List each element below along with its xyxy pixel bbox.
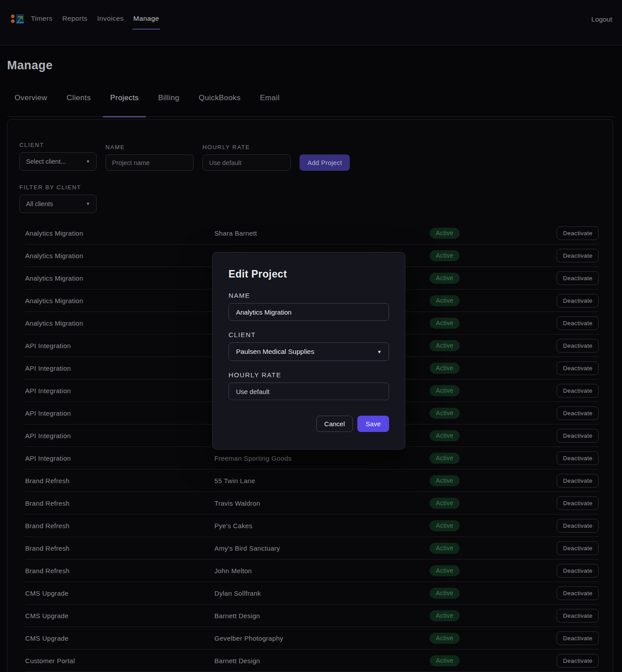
project-name-cell: API Integration <box>25 432 214 439</box>
status-badge: Active <box>430 340 460 351</box>
deactivate-button[interactable]: Deactivate <box>557 631 599 645</box>
deactivate-button[interactable]: Deactivate <box>557 564 599 578</box>
project-name-input[interactable] <box>105 154 194 171</box>
manage-tabs: Overview Clients Projects Billing QuickB… <box>7 91 615 117</box>
status-badge: Active <box>430 318 460 329</box>
status-badge: Active <box>430 295 460 306</box>
tab-projects[interactable]: Projects <box>103 91 146 116</box>
deactivate-button[interactable]: Deactivate <box>557 474 599 488</box>
modal-title: Edit Project <box>229 268 389 280</box>
client-name-cell: Barnett Design <box>214 657 430 664</box>
client-select[interactable]: Select client... ▼ <box>19 152 97 171</box>
modal-actions: Cancel Save <box>229 416 389 432</box>
project-name-cell: API Integration <box>25 409 214 417</box>
client-name-cell: Dylan Sollfrank <box>214 589 430 597</box>
table-row: Analytics Migration Shara Barnett Active… <box>25 222 599 244</box>
status-badge: Active <box>430 565 460 576</box>
status-badge: Active <box>430 408 460 419</box>
add-project-button[interactable]: Add Project <box>300 154 350 171</box>
modal-rate-label: HOURLY RATE <box>229 371 389 379</box>
deactivate-button[interactable]: Deactivate <box>557 294 599 308</box>
deactivate-button[interactable]: Deactivate <box>557 609 599 623</box>
table-row: Customer Portal Barnett Design Active De… <box>25 649 599 672</box>
status-badge: Active <box>430 475 460 486</box>
name-label: NAME <box>105 144 194 150</box>
status-badge: Active <box>430 250 460 261</box>
status-badge: Active <box>430 610 460 621</box>
filter-client-select[interactable]: All clients ▼ <box>19 195 97 213</box>
project-name-cell: API Integration <box>25 454 214 462</box>
project-name-cell: API Integration <box>25 387 214 394</box>
tab-quickbooks[interactable]: QuickBooks <box>191 91 248 116</box>
deactivate-button[interactable]: Deactivate <box>557 249 599 263</box>
client-select-value: Select client... <box>26 158 66 165</box>
rate-field-group: HOURLY RATE <box>202 144 291 171</box>
client-name-cell: Freeman Sporting Goods <box>214 454 430 462</box>
status-badge: Active <box>430 520 460 531</box>
nav-item-invoices[interactable]: Invoices <box>96 12 124 27</box>
deactivate-button[interactable]: Deactivate <box>557 519 599 533</box>
deactivate-button[interactable]: Deactivate <box>557 496 599 510</box>
tab-billing[interactable]: Billing <box>150 91 187 116</box>
hourly-rate-input[interactable] <box>202 154 291 171</box>
deactivate-button[interactable]: Deactivate <box>557 541 599 555</box>
deactivate-button[interactable]: Deactivate <box>557 339 599 353</box>
chevron-down-icon: ▼ <box>86 202 90 206</box>
status-badge: Active <box>430 273 460 284</box>
page-title: Manage <box>7 59 622 72</box>
table-row: CMS Upgrade Gevelber Photography Active … <box>25 627 599 649</box>
client-name-cell: Shara Barnett <box>214 229 430 237</box>
project-name-cell: Analytics Migration <box>25 297 214 304</box>
logo-icon <box>5 11 24 28</box>
deactivate-button[interactable]: Deactivate <box>557 429 599 443</box>
tab-email[interactable]: Email <box>252 91 287 116</box>
deactivate-button[interactable]: Deactivate <box>557 361 599 375</box>
top-nav: Timers Reports Invoices Manage Logout <box>0 0 622 45</box>
project-name-cell: Brand Refresh <box>25 544 214 552</box>
filter-select-value: All clients <box>26 200 53 207</box>
modal-name-input[interactable] <box>229 303 389 321</box>
deactivate-button[interactable]: Deactivate <box>557 406 599 420</box>
project-name-cell: CMS Upgrade <box>25 612 214 619</box>
modal-rate-input[interactable] <box>229 383 389 400</box>
status-badge: Active <box>430 385 460 396</box>
filter-by-client-label: FILTER BY CLIENT <box>19 184 613 191</box>
modal-name-label: NAME <box>229 292 389 299</box>
deactivate-button[interactable]: Deactivate <box>557 654 599 668</box>
client-name-cell: Amy's Bird Sanctuary <box>214 544 430 552</box>
app-logo[interactable] <box>5 11 24 28</box>
nav-item-timers[interactable]: Timers <box>30 12 53 27</box>
table-row: Brand Refresh Amy's Bird Sanctuary Activ… <box>25 537 599 559</box>
cancel-button[interactable]: Cancel <box>316 416 353 432</box>
deactivate-button[interactable]: Deactivate <box>557 271 599 285</box>
project-name-cell: Customer Portal <box>25 657 214 664</box>
modal-client-select[interactable]: Paulsen Medical Supplies ▼ <box>229 342 389 361</box>
deactivate-button[interactable]: Deactivate <box>557 316 599 330</box>
project-name-cell: Analytics Migration <box>25 252 214 259</box>
status-badge: Active <box>430 228 460 239</box>
logout-link[interactable]: Logout <box>592 15 612 23</box>
tab-overview[interactable]: Overview <box>7 91 55 116</box>
status-badge: Active <box>430 363 460 374</box>
add-project-form: CLIENT Select client... ▼ NAME HOURLY RA… <box>7 120 613 213</box>
deactivate-button[interactable]: Deactivate <box>557 226 599 240</box>
save-button[interactable]: Save <box>357 416 389 432</box>
deactivate-button[interactable]: Deactivate <box>557 586 599 600</box>
edit-project-modal: Edit Project NAME CLIENT Paulsen Medical… <box>212 252 405 450</box>
client-name-cell: Travis Waldron <box>214 499 430 507</box>
nav-items: Timers Reports Invoices Manage <box>30 12 160 27</box>
project-name-cell: Analytics Migration <box>25 319 214 327</box>
nav-item-reports[interactable]: Reports <box>61 12 88 27</box>
tab-clients[interactable]: Clients <box>59 91 98 116</box>
deactivate-button[interactable]: Deactivate <box>557 384 599 398</box>
project-name-cell: Brand Refresh <box>25 522 214 529</box>
name-field-group: NAME <box>105 144 194 171</box>
deactivate-button[interactable]: Deactivate <box>557 451 599 465</box>
project-name-cell: CMS Upgrade <box>25 589 214 597</box>
nav-item-manage[interactable]: Manage <box>132 12 160 27</box>
table-row: Brand Refresh 55 Twin Lane Active Deacti… <box>25 469 599 492</box>
project-name-cell: Brand Refresh <box>25 477 214 484</box>
status-badge: Active <box>430 498 460 509</box>
table-row: CMS Upgrade Dylan Sollfrank Active Deact… <box>25 582 599 604</box>
status-badge: Active <box>430 430 460 441</box>
